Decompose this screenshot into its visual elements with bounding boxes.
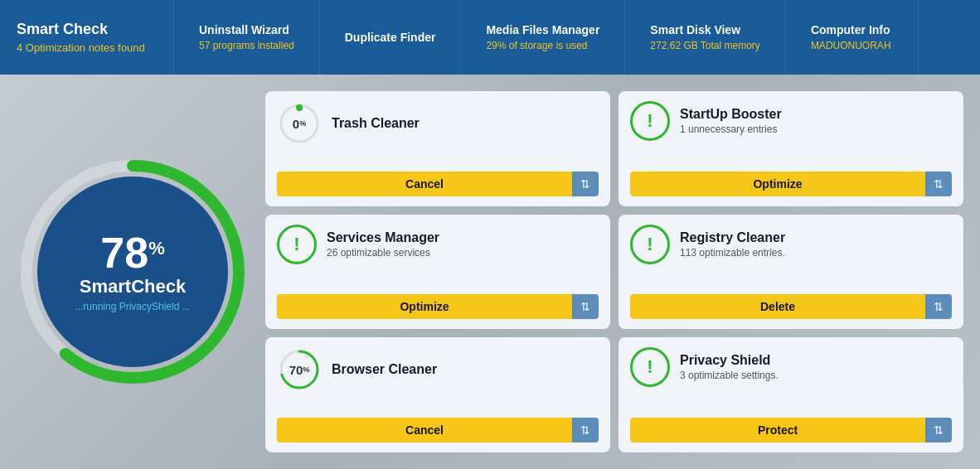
card-title-startup-booster: StartUp Booster <box>680 107 782 122</box>
header-item-1[interactable]: Duplicate Finder <box>320 0 462 75</box>
header-item-subtitle-0: 57 programs installed <box>199 40 294 51</box>
card-title-trash-cleaner: Trash Cleaner <box>332 116 420 131</box>
card-bottom-services-manager: Optimize ⇅ <box>277 294 599 319</box>
circle-label: SmartCheck <box>80 276 186 297</box>
card-top-trash-cleaner: 0% Trash Cleaner <box>277 101 599 146</box>
card-settings-btn-privacy-shield[interactable]: ⇅ <box>925 418 952 442</box>
exclaim-icon-startup-booster: ! <box>630 101 670 141</box>
card-subtitle-privacy-shield: 3 optimizable settings. <box>680 370 779 381</box>
exclaim-icon-registry-cleaner: ! <box>630 225 670 264</box>
card-btn-trash-cleaner[interactable]: Cancel <box>277 172 572 196</box>
header-item-0[interactable]: Uninstall Wizard 57 programs installed <box>174 0 320 75</box>
circle-sublabel: ...running PrivacyShield ... <box>75 301 190 312</box>
exclaim-icon-privacy-shield: ! <box>630 347 670 387</box>
card-settings-btn-registry-cleaner[interactable]: ⇅ <box>925 294 952 319</box>
card-bottom-registry-cleaner: Delete ⇅ <box>630 294 952 319</box>
header-item-2[interactable]: Media Files Manager 29% of storage is us… <box>461 0 625 75</box>
header-item-3[interactable]: Smart Disk View 272.62 GB Total memory <box>625 0 786 75</box>
card-bottom-browser-cleaner: Cancel ⇅ <box>277 418 599 442</box>
card-title-browser-cleaner: Browser Cleaner <box>332 362 437 377</box>
card-top-browser-cleaner: 70% Browser Cleaner <box>277 347 599 392</box>
card-bottom-privacy-shield: Protect ⇅ <box>630 418 952 442</box>
header-item-title-4: Computer Info <box>811 23 893 36</box>
card-settings-btn-startup-booster[interactable]: ⇅ <box>925 172 952 196</box>
header-item-subtitle-2: 29% of storage is used <box>486 40 599 51</box>
percent-icon-browser-cleaner: 70% <box>277 347 322 392</box>
card-btn-privacy-shield[interactable]: Protect <box>630 418 925 442</box>
card-title-registry-cleaner: Registry Cleaner <box>680 230 785 245</box>
header-item-title-0: Uninstall Wizard <box>199 23 294 36</box>
card-settings-btn-services-manager[interactable]: ⇅ <box>572 294 599 319</box>
header-item-title-1: Duplicate Finder <box>345 31 436 44</box>
card-browser-cleaner: 70% Browser Cleaner Cancel ⇅ <box>265 337 610 452</box>
card-btn-services-manager[interactable]: Optimize <box>277 294 572 319</box>
smart-check-header[interactable]: Smart Check 4 Optimization notes found <box>0 0 174 75</box>
card-startup-booster: ! StartUp Booster 1 unnecessary entries … <box>619 91 963 206</box>
smart-check-subtitle: 4 Optimization notes found <box>17 41 157 54</box>
card-bottom-startup-booster: Optimize ⇅ <box>630 172 952 196</box>
card-btn-registry-cleaner[interactable]: Delete <box>630 294 925 319</box>
card-trash-cleaner: 0% Trash Cleaner Cancel ⇅ <box>265 91 610 206</box>
card-title-services-manager: Services Manager <box>327 230 439 245</box>
header: Smart Check 4 Optimization notes found U… <box>0 0 980 75</box>
card-top-startup-booster: ! StartUp Booster 1 unnecessary entries <box>630 101 952 141</box>
card-settings-btn-browser-cleaner[interactable]: ⇅ <box>572 418 599 442</box>
exclaim-icon-services-manager: ! <box>277 225 317 264</box>
card-privacy-shield: ! Privacy Shield 3 optimizable settings.… <box>619 337 963 452</box>
dot-indicator <box>296 104 303 111</box>
header-item-4[interactable]: Computer Info MADUONUORAH <box>786 0 919 75</box>
card-top-registry-cleaner: ! Registry Cleaner 113 optimizable entri… <box>630 225 952 264</box>
header-item-title-2: Media Files Manager <box>486 23 599 36</box>
header-item-title-3: Smart Disk View <box>650 23 760 36</box>
circle-percent: 78% <box>100 231 164 274</box>
card-registry-cleaner: ! Registry Cleaner 113 optimizable entri… <box>619 215 963 330</box>
card-subtitle-startup-booster: 1 unnecessary entries <box>680 123 782 135</box>
card-top-services-manager: ! Services Manager 26 optimizable servic… <box>277 225 599 264</box>
card-bottom-trash-cleaner: Cancel ⇅ <box>277 172 599 196</box>
header-item-subtitle-3: 272.62 GB Total memory <box>650 40 760 51</box>
smart-check-title: Smart Check <box>17 21 157 38</box>
card-btn-browser-cleaner[interactable]: Cancel <box>277 418 572 442</box>
percent-icon-trash-cleaner: 0% <box>277 101 322 146</box>
cards-grid: 0% Trash Cleaner Cancel ⇅ ! StartUp Boos… <box>265 91 963 452</box>
main-content: 78% SmartCheck ...running PrivacyShield … <box>0 75 980 469</box>
card-services-manager: ! Services Manager 26 optimizable servic… <box>265 215 610 330</box>
circle-inner: 78% SmartCheck ...running PrivacyShield … <box>37 176 228 367</box>
smart-check-circle: 78% SmartCheck ...running PrivacyShield … <box>17 156 249 388</box>
card-btn-startup-booster[interactable]: Optimize <box>630 172 925 196</box>
header-item-subtitle-4: MADUONUORAH <box>811 40 893 51</box>
card-subtitle-services-manager: 26 optimizable services <box>327 247 439 259</box>
card-top-privacy-shield: ! Privacy Shield 3 optimizable settings. <box>630 347 952 387</box>
card-settings-btn-trash-cleaner[interactable]: ⇅ <box>572 172 599 196</box>
card-title-privacy-shield: Privacy Shield <box>680 353 779 368</box>
card-subtitle-registry-cleaner: 113 optimizable entries. <box>680 247 785 259</box>
